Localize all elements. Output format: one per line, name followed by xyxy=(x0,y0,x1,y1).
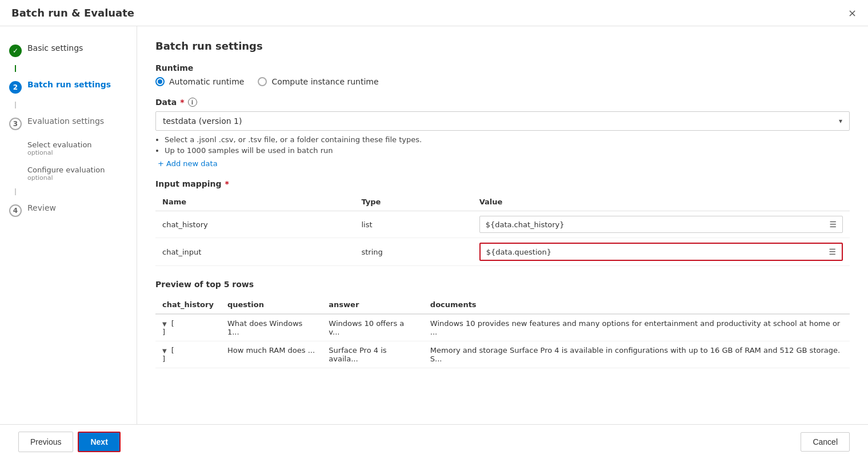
col-header-type: Type xyxy=(354,193,472,211)
row2-value-input[interactable]: ${data.question} ☰ xyxy=(479,243,843,261)
footer-left: Previous Next xyxy=(18,432,121,452)
sidebar-item-evaluation-settings[interactable]: 3 Evaluation settings xyxy=(9,113,127,134)
main-content: Batch run settings Runtime Automatic run… xyxy=(137,26,868,424)
filter-icon: ☰ xyxy=(829,220,837,229)
collapse-arrow-icon[interactable]: ▼ xyxy=(162,348,167,354)
filter-icon: ☰ xyxy=(829,247,836,256)
next-button[interactable]: Next xyxy=(78,432,120,452)
runtime-field-group: Runtime Automatic runtime Compute instan… xyxy=(155,63,850,86)
step-indicator-4: 4 xyxy=(9,204,22,217)
sidebar-label-batch-run-settings: Batch run settings xyxy=(27,80,111,89)
preview-row1-answer: Windows 10 offers a v... xyxy=(322,314,423,341)
runtime-options: Automatic runtime Compute instance runti… xyxy=(155,77,850,86)
data-note-1: Select a .jsonl .csv, or .tsv file, or a… xyxy=(165,135,850,144)
row2-type: string xyxy=(354,238,472,266)
mapping-required-star: * xyxy=(225,179,229,188)
cancel-button[interactable]: Cancel xyxy=(801,432,850,452)
sidebar-label-evaluation-settings: Evaluation settings xyxy=(27,116,104,126)
data-note-2: Up to 1000 samples will be used in batch… xyxy=(165,146,850,155)
preview-col-answer: answer xyxy=(322,296,423,314)
input-mapping-table: Name Type Value chat_history list ${data… xyxy=(155,193,850,266)
row1-value-cell: ${data.chat_history} ☰ xyxy=(473,211,850,238)
row1-type: list xyxy=(354,211,472,238)
col-header-name: Name xyxy=(155,193,354,211)
input-mapping-section: Input mapping * Name Type Value chat_his… xyxy=(155,179,850,266)
row1-value-text: ${data.chat_history} xyxy=(486,220,565,229)
preview-col-chat-history: chat_history xyxy=(155,296,221,314)
row2-name: chat_input xyxy=(155,238,354,266)
preview-row1-chat: ▼ [] xyxy=(155,314,221,341)
chevron-down-icon: ▾ xyxy=(839,117,842,125)
sidebar-item-basic-settings[interactable]: ✓ Basic settings xyxy=(9,40,127,61)
sidebar-label-review: Review xyxy=(27,203,56,212)
preview-col-documents: documents xyxy=(423,296,850,314)
top-bar: Batch run & Evaluate × xyxy=(0,0,868,26)
preview-table: chat_history question answer documents ▼… xyxy=(155,296,850,368)
sidebar-item-batch-run-settings[interactable]: 2 Batch run settings xyxy=(9,76,127,97)
preview-row2-question: How much RAM does ... xyxy=(221,341,322,368)
row2-value-text: ${data.question} xyxy=(486,248,551,256)
sidebar-label-basic-settings: Basic settings xyxy=(27,43,83,53)
data-dropdown[interactable]: testdata (version 1) ▾ xyxy=(155,111,850,131)
preview-row2-answer: Surface Pro 4 is availa... xyxy=(322,341,423,368)
data-label: Data * i xyxy=(155,98,850,107)
close-icon[interactable]: × xyxy=(848,7,857,19)
batch-run-settings-title: Batch run settings xyxy=(155,40,850,52)
runtime-label: Runtime xyxy=(155,63,850,73)
sidebar: ✓ Basic settings 2 Batch run settings 3 … xyxy=(0,26,137,424)
sidebar-connector-1 xyxy=(15,65,16,72)
add-new-data-link[interactable]: + Add new data xyxy=(155,159,850,168)
radio-compute-label: Compute instance runtime xyxy=(271,77,378,86)
row1-value-input[interactable]: ${data.chat_history} ☰ xyxy=(479,216,843,233)
info-icon[interactable]: i xyxy=(188,98,197,107)
table-row: ▼ [] What does Windows 1... Windows 10 o… xyxy=(155,314,850,341)
sidebar-connector-3 xyxy=(15,188,16,195)
radio-automatic[interactable]: Automatic runtime xyxy=(155,77,244,86)
footer: Previous Next Cancel xyxy=(0,424,868,459)
preview-row1-question: What does Windows 1... xyxy=(221,314,322,341)
preview-row2-chat: ▼ [] xyxy=(155,341,221,368)
radio-automatic-label: Automatic runtime xyxy=(169,77,244,86)
sidebar-connector-2 xyxy=(15,102,16,108)
table-row: chat_input string ${data.question} ☰ xyxy=(155,238,850,266)
step-indicator-1: ✓ xyxy=(9,45,22,57)
radio-automatic-circle xyxy=(155,77,165,86)
preview-row2-documents: Memory and storage Surface Pro 4 is avai… xyxy=(423,341,850,368)
col-header-value: Value xyxy=(473,193,850,211)
sidebar-sub-item-select-evaluation[interactable]: Select evaluation optional xyxy=(9,138,127,159)
preview-section: Preview of top 5 rows chat_history quest… xyxy=(155,280,850,368)
step-indicator-3: 3 xyxy=(9,118,22,130)
data-selected-value: testdata (version 1) xyxy=(163,116,242,126)
required-star: * xyxy=(180,98,184,107)
sidebar-sub-item-configure-evaluation[interactable]: Configure evaluation optional xyxy=(9,163,127,184)
preview-col-question: question xyxy=(221,296,322,314)
row2-value-cell: ${data.question} ☰ xyxy=(473,238,850,266)
table-row: ▼ [] How much RAM does ... Surface Pro 4… xyxy=(155,341,850,368)
preview-row1-documents: Windows 10 provides new features and man… xyxy=(423,314,850,341)
data-notes: Select a .jsonl .csv, or .tsv file, or a… xyxy=(155,135,850,155)
input-mapping-title: Input mapping * xyxy=(155,179,850,188)
collapse-arrow-icon[interactable]: ▼ xyxy=(162,321,167,327)
previous-button[interactable]: Previous xyxy=(18,432,73,452)
radio-compute[interactable]: Compute instance runtime xyxy=(258,77,378,86)
step-indicator-2: 2 xyxy=(9,81,22,94)
sidebar-item-review[interactable]: 4 Review xyxy=(9,200,127,220)
page-title: Batch run & Evaluate xyxy=(11,7,134,19)
table-row: chat_history list ${data.chat_history} ☰ xyxy=(155,211,850,238)
row1-name: chat_history xyxy=(155,211,354,238)
data-field-group: Data * i testdata (version 1) ▾ Select a… xyxy=(155,98,850,168)
radio-compute-circle xyxy=(258,77,267,86)
preview-title: Preview of top 5 rows xyxy=(155,280,850,289)
